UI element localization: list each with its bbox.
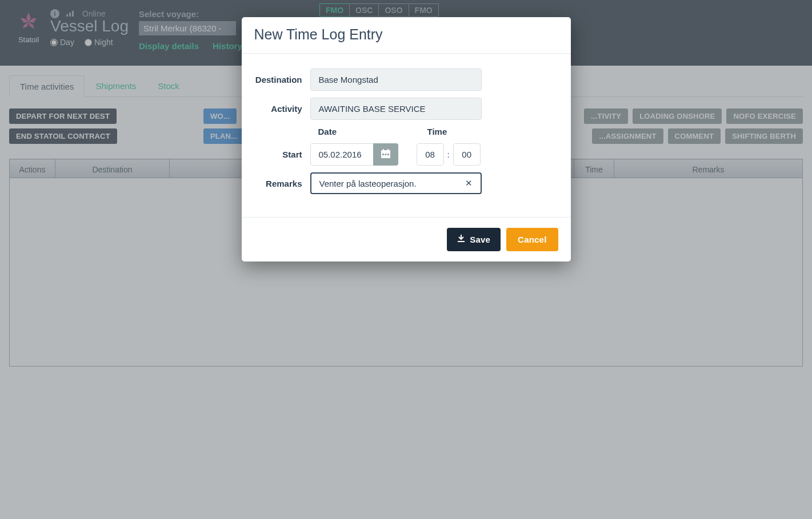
start-label: Start (254, 150, 310, 159)
start-date-input[interactable] (310, 143, 373, 166)
start-minute-input[interactable] (453, 143, 481, 166)
save-button-label: Save (470, 235, 490, 244)
modal-footer: Save Cancel (242, 217, 571, 261)
activity-label: Activity (254, 104, 310, 114)
destination-label: Destination (254, 75, 310, 85)
svg-rect-15 (458, 241, 465, 242)
cancel-button-label: Cancel (518, 235, 546, 244)
remarks-field-wrap: ✕ (310, 172, 482, 194)
new-time-log-modal: New Time Log Entry Destination Base Mong… (242, 17, 571, 261)
svg-rect-14 (387, 149, 389, 151)
start-hour-input[interactable] (417, 143, 444, 166)
date-sublabel: Date (318, 127, 427, 136)
cancel-button[interactable]: Cancel (506, 228, 558, 251)
svg-rect-11 (385, 154, 386, 155)
destination-field[interactable]: Base Mongstad (310, 69, 482, 91)
modal-title: New Time Log Entry (254, 26, 558, 43)
save-button[interactable]: Save (447, 228, 501, 251)
time-sublabel: Time (427, 127, 447, 136)
activity-field[interactable]: AWAITING BASE SERVICE (310, 98, 482, 120)
svg-rect-12 (387, 154, 389, 155)
modal-body: Destination Base Mongstad Activity AWAIT… (242, 54, 571, 217)
download-icon (457, 235, 465, 244)
svg-rect-9 (381, 150, 390, 152)
clear-remarks-icon[interactable]: ✕ (463, 178, 475, 188)
calendar-button[interactable] (373, 143, 398, 166)
modal-header: New Time Log Entry (242, 17, 571, 54)
time-separator: : (447, 150, 450, 159)
remarks-label: Remarks (254, 179, 310, 188)
modal-overlay[interactable]: New Time Log Entry Destination Base Mong… (0, 0, 812, 519)
svg-rect-10 (382, 154, 384, 155)
svg-rect-13 (383, 149, 384, 151)
remarks-input[interactable] (319, 179, 463, 188)
calendar-icon (381, 148, 391, 160)
